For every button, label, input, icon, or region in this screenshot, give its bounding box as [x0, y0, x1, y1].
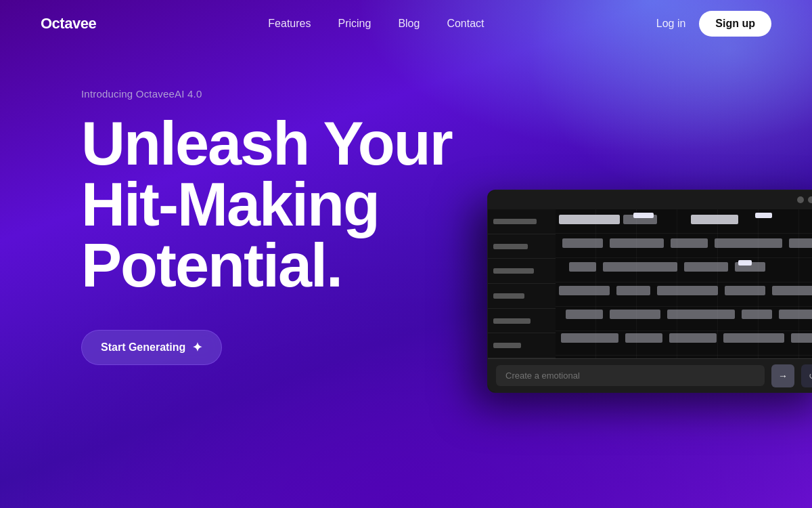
brand-logo[interactable]: Octavee	[41, 15, 96, 33]
nav-link-blog[interactable]: Blog	[398, 18, 420, 30]
midi-block	[738, 260, 752, 266]
hero-title-line2: Hit-Making	[81, 171, 379, 238]
track-label-bar-5	[493, 318, 531, 324]
midi-block	[559, 215, 620, 224]
midi-block	[603, 262, 677, 272]
hero-title-line3: Potential.	[81, 232, 342, 299]
midi-block	[616, 286, 650, 295]
track-label-6	[488, 333, 556, 358]
hero-title: Unleash Your Hit-Making Potential.	[81, 113, 521, 296]
start-generating-button[interactable]: Start Generating ✦	[81, 330, 222, 365]
midi-block	[566, 310, 603, 319]
midi-block	[669, 333, 717, 343]
daw-preview-panel: → ↺	[487, 190, 812, 393]
midi-block	[725, 286, 765, 295]
midi-block	[772, 286, 812, 295]
midi-block	[667, 310, 735, 319]
midi-block	[791, 333, 812, 343]
titlebar-btn-2	[808, 196, 812, 203]
daw-tracks-area	[488, 209, 812, 358]
midi-block	[633, 213, 654, 218]
midi-block	[610, 238, 664, 248]
midi-block	[715, 238, 782, 248]
track-label-bar-4	[493, 293, 524, 299]
midi-block	[684, 262, 728, 272]
hero-title-line1: Unleash Your	[81, 110, 452, 177]
daw-refresh-button[interactable]: ↺	[801, 364, 812, 387]
nav-links: Features Pricing Blog Contact	[268, 18, 484, 30]
titlebar-btn-1	[797, 196, 804, 203]
daw-input-bar: → ↺	[488, 358, 812, 392]
signup-button[interactable]: Sign up	[699, 11, 771, 37]
track-label-2	[488, 234, 556, 259]
nav-actions: Log in Sign up	[656, 11, 771, 37]
midi-block	[723, 333, 784, 343]
midi-block	[779, 310, 812, 319]
refresh-icon: ↺	[809, 371, 812, 381]
track-label-bar-6	[493, 343, 521, 348]
hero-subtitle: Introducing OctaveeAI 4.0	[81, 88, 812, 100]
midi-block	[569, 262, 596, 272]
sparkle-icon: ✦	[192, 340, 202, 355]
midi-block	[742, 310, 772, 319]
midi-block	[610, 310, 660, 319]
daw-titlebar	[488, 190, 812, 209]
midi-block	[561, 333, 618, 343]
midi-block	[625, 333, 662, 343]
track-label-4	[488, 284, 556, 309]
midi-block	[562, 238, 603, 248]
login-button[interactable]: Log in	[656, 18, 686, 30]
nav-link-features[interactable]: Features	[268, 18, 311, 30]
midi-block	[755, 213, 772, 218]
track-label-bar-2	[493, 244, 528, 249]
daw-send-button[interactable]: →	[771, 364, 794, 387]
track-label-5	[488, 309, 556, 334]
midi-block	[671, 238, 708, 248]
track-label-bar-3	[493, 268, 534, 274]
midi-block	[657, 286, 718, 295]
daw-grid	[556, 209, 812, 358]
midi-block	[559, 286, 610, 295]
midi-block	[735, 262, 765, 272]
send-icon: →	[778, 371, 788, 381]
nav-link-pricing[interactable]: Pricing	[338, 18, 371, 30]
cta-label: Start Generating	[101, 341, 185, 354]
midi-block	[789, 238, 812, 248]
midi-block	[623, 215, 657, 224]
track-label-1	[488, 209, 556, 234]
nav-link-contact[interactable]: Contact	[447, 18, 484, 30]
navbar: Octavee Features Pricing Blog Contact Lo…	[0, 0, 812, 47]
track-labels	[488, 209, 556, 358]
midi-block	[691, 215, 738, 224]
daw-prompt-input[interactable]	[496, 365, 765, 386]
track-label-bar-1	[493, 219, 537, 224]
track-label-3	[488, 259, 556, 284]
